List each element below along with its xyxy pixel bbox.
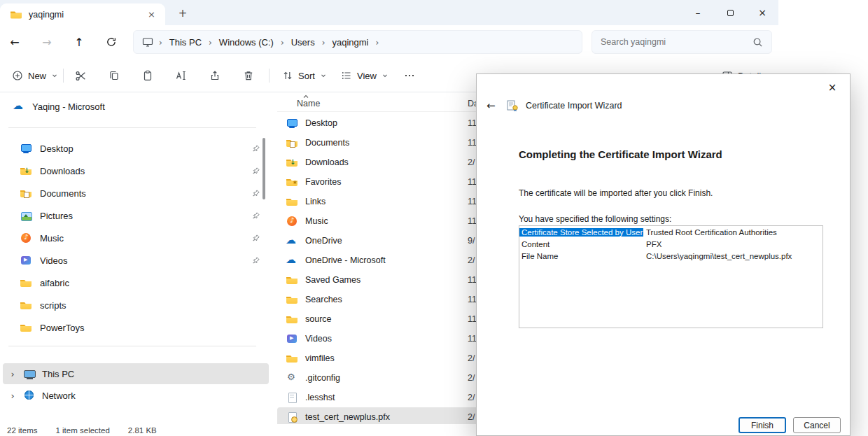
back-button[interactable]: ←: [3, 31, 27, 53]
onedrive-cloud-icon: [13, 101, 25, 112]
sidebar-item-icon: [20, 300, 32, 311]
settings-row[interactable]: Certificate Store Selected by User Trust…: [519, 226, 822, 238]
sidebar-item-label: Music: [40, 233, 64, 244]
breadcrumb-separator-icon: [316, 37, 331, 48]
explorer-tab[interactable]: yaqingmi ×: [0, 3, 165, 25]
wizard-settings-label: You have specified the following setting…: [519, 214, 671, 224]
file-name: test_cert_newplus.pfx: [305, 412, 390, 422]
wizard-back-button[interactable]: ←: [486, 99, 499, 112]
cancel-button[interactable]: Cancel: [793, 417, 841, 433]
sort-button[interactable]: Sort: [276, 64, 333, 87]
breadcrumb-item[interactable]: Users: [290, 36, 316, 49]
sidebar-item-label: scripts: [40, 300, 66, 311]
tree-section: This PC Network: [0, 363, 272, 407]
breadcrumb-item[interactable]: Windows (C:): [218, 36, 275, 49]
sidebar-item[interactable]: Pictures: [0, 204, 272, 227]
more-options-button[interactable]: [396, 64, 423, 87]
wizard-header: ← Certificate Import Wizard: [486, 99, 622, 112]
breadcrumb-separator-icon: [275, 37, 290, 48]
file-name: Favorites: [305, 177, 341, 187]
navigation-bar: ← → ↑ This PC: [0, 25, 778, 59]
refresh-button[interactable]: [99, 31, 123, 53]
wizard-intro-text: The certificate will be imported after y…: [519, 188, 713, 198]
sidebar-item-label: Downloads: [40, 166, 85, 176]
search-input[interactable]: [601, 37, 752, 47]
file-name: .gitconfig: [305, 373, 340, 383]
sidebar-item[interactable]: Music: [0, 227, 272, 249]
copy-button[interactable]: [101, 64, 127, 87]
sidebar-divider: [8, 346, 256, 346]
file-icon: [286, 412, 298, 423]
sidebar-item[interactable]: Downloads: [0, 160, 272, 182]
file-icon: [286, 353, 298, 364]
search-box[interactable]: [592, 30, 772, 54]
new-button[interactable]: New: [6, 64, 64, 87]
maximize-button[interactable]: [714, 0, 746, 25]
view-button[interactable]: View: [335, 64, 395, 87]
toolbar-divider: [269, 69, 270, 83]
delete-button[interactable]: [235, 64, 262, 87]
up-button[interactable]: ↑: [67, 31, 91, 53]
dialog-close-button[interactable]: ×: [820, 78, 844, 97]
setting-key: Certificate Store Selected by User: [519, 228, 643, 237]
settings-row[interactable]: File Name C:\Users\yaqingmi\test_cert_ne…: [519, 250, 822, 262]
sidebar-item-label: Documents: [40, 188, 86, 199]
sidebar-item[interactable]: Documents: [0, 182, 272, 204]
address-bar[interactable]: This PC Windows (C:) Users yaqin: [133, 30, 582, 54]
file-icon: [286, 314, 298, 325]
view-button-label: View: [357, 71, 377, 81]
new-tab-button[interactable]: +: [175, 6, 190, 21]
sidebar-scrollbar[interactable]: [262, 138, 265, 199]
share-button[interactable]: [202, 64, 228, 87]
sidebar-item[interactable]: Videos: [0, 249, 272, 272]
settings-list: Certificate Store Selected by User Trust…: [519, 225, 823, 328]
sidebar-item-icon: [20, 188, 32, 199]
sidebar-item-onedrive[interactable]: Yaqing - Microsoft: [0, 95, 272, 118]
rename-button[interactable]: [168, 64, 195, 87]
sidebar-item-icon: [20, 210, 32, 221]
file-date: 2/: [468, 373, 475, 383]
trash-icon: [243, 70, 254, 81]
tree-item[interactable]: Network: [3, 385, 269, 406]
view-icon: [341, 70, 352, 81]
finish-button[interactable]: Finish: [738, 417, 786, 433]
onedrive-label: Yaqing - Microsoft: [32, 101, 105, 112]
file-icon: [286, 392, 298, 403]
search-icon: [752, 37, 763, 48]
tab-close-icon[interactable]: ×: [145, 9, 158, 20]
sidebar-item[interactable]: PowerToys: [0, 316, 272, 339]
copy-icon: [108, 70, 120, 81]
refresh-icon: [106, 36, 117, 48]
file-name: Documents: [305, 138, 349, 148]
sort-button-label: Sort: [298, 71, 315, 81]
close-button[interactable]: ×: [746, 0, 778, 25]
certificate-import-wizard-dialog: × ← Certificate Import Wizard Completing…: [476, 73, 850, 436]
sidebar-item-label: Videos: [40, 255, 68, 266]
settings-row[interactable]: Content PFX: [519, 238, 822, 250]
file-date: 9/: [468, 236, 475, 246]
selection-count: 1 item selected: [55, 426, 109, 435]
chevron-right-icon[interactable]: [8, 391, 17, 401]
tab-title: yaqingmi: [29, 10, 64, 20]
breadcrumb-item[interactable]: This PC: [168, 36, 203, 49]
paste-button[interactable]: [134, 64, 161, 87]
sidebar-divider: [8, 127, 256, 128]
file-date: 2/: [468, 412, 475, 422]
minimize-button[interactable]: –: [682, 0, 714, 25]
name-column-header[interactable]: Name: [297, 99, 320, 108]
sidebar-item[interactable]: aifabric: [0, 272, 272, 294]
pin-icon: [252, 189, 260, 197]
sidebar-item[interactable]: Desktop: [0, 137, 272, 160]
breadcrumb-item[interactable]: yaqingmi: [330, 36, 370, 49]
file-icon: [286, 196, 298, 207]
sidebar-item[interactable]: scripts: [0, 294, 272, 316]
sort-icon: [282, 70, 293, 81]
forward-button[interactable]: →: [35, 31, 59, 53]
maximize-icon: [727, 10, 734, 16]
chevron-right-icon[interactable]: [8, 369, 17, 379]
file-name: Music: [305, 216, 328, 226]
pin-icon: [252, 144, 260, 153]
breadcrumb-separator-icon: [203, 37, 218, 48]
tree-item[interactable]: This PC: [3, 363, 269, 384]
cut-button[interactable]: [67, 64, 94, 87]
